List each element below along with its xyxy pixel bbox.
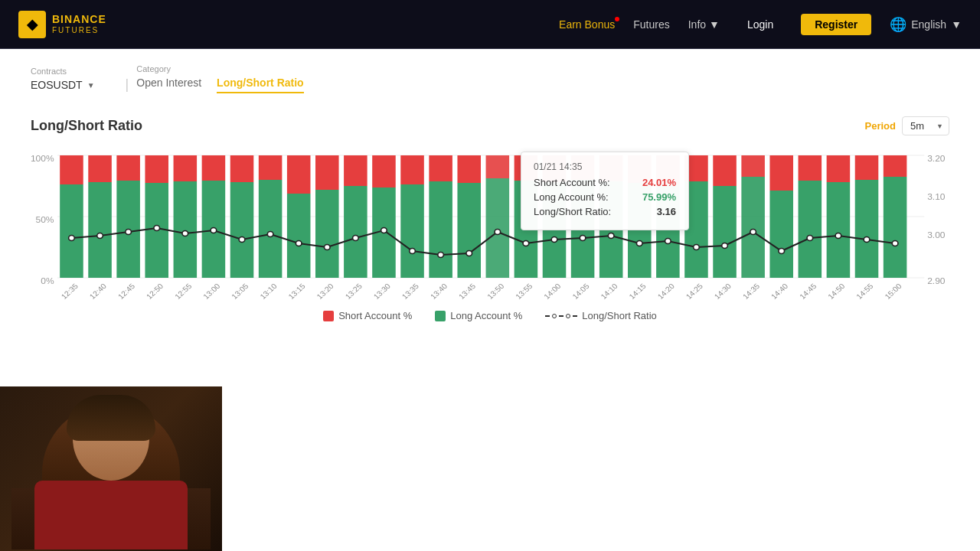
binance-label: BINANCE <box>52 14 106 25</box>
svg-rect-62 <box>799 181 822 278</box>
video-content <box>0 386 222 551</box>
logo-area[interactable]: ◆ BINANCE FUTURES <box>18 11 106 38</box>
language-selector[interactable]: 🌐 English ▼ <box>890 16 962 33</box>
legend-ratio-label: Long/Short Ratio <box>582 310 657 321</box>
futures-nav[interactable]: Futures <box>633 18 669 31</box>
login-button[interactable]: Login <box>738 14 782 35</box>
svg-text:12:55: 12:55 <box>173 282 194 301</box>
svg-point-94 <box>750 230 756 235</box>
futures-label: FUTURES <box>52 26 106 34</box>
period-dropdown[interactable]: 5m 15m 1h 4h <box>902 116 949 135</box>
svg-text:14:25: 14:25 <box>684 282 705 301</box>
svg-text:3.20: 3.20 <box>927 154 945 162</box>
svg-text:14:20: 14:20 <box>656 282 677 301</box>
earn-bonus-dot <box>615 17 619 21</box>
legend-short: Short Account % <box>323 310 412 321</box>
tooltip-short-row: Short Account %: 24.01% <box>534 177 676 188</box>
svg-point-71 <box>97 233 103 239</box>
svg-text:13:45: 13:45 <box>457 282 478 301</box>
svg-rect-69 <box>884 155 907 177</box>
svg-point-95 <box>779 249 785 254</box>
svg-rect-19 <box>174 155 198 181</box>
video-overlay <box>0 386 222 551</box>
tooltip-long-label: Long Account %: <box>534 191 609 203</box>
svg-rect-26 <box>287 194 311 278</box>
chart-svg: 100% 50% 0% 3.20 3.10 3.00 2.90 <box>31 148 949 301</box>
earn-bonus-link[interactable]: Earn Bonus <box>559 18 615 31</box>
svg-rect-38 <box>457 183 481 278</box>
svg-text:13:00: 13:00 <box>201 282 222 301</box>
svg-text:13:55: 13:55 <box>514 282 534 301</box>
svg-point-98 <box>864 237 870 243</box>
svg-point-80 <box>353 236 359 241</box>
category-section: Category Open Interest Long/Short Ratio <box>136 64 303 93</box>
svg-rect-59 <box>741 155 765 177</box>
info-chevron-icon: ▼ <box>709 18 720 31</box>
chart-tooltip: 01/21 14:35 Short Account %: 24.01% Long… <box>521 152 689 230</box>
svg-text:13:30: 13:30 <box>372 282 393 301</box>
svg-text:12:50: 12:50 <box>145 282 165 301</box>
svg-point-87 <box>551 237 557 243</box>
long-short-ratio-tab[interactable]: Long/Short Ratio <box>217 77 304 93</box>
svg-point-91 <box>665 239 671 244</box>
svg-text:12:35: 12:35 <box>60 282 80 301</box>
svg-rect-21 <box>202 155 226 181</box>
legend-short-icon <box>323 311 334 321</box>
separator: | <box>126 77 129 93</box>
svg-rect-22 <box>230 182 254 278</box>
tooltip-long-row: Long Account %: 75.99% <box>534 191 676 203</box>
period-label: Period <box>865 120 896 132</box>
tooltip-short-label: Short Account %: <box>534 177 610 188</box>
contracts-label: Contracts <box>31 67 95 76</box>
svg-rect-13 <box>88 155 112 182</box>
register-button[interactable]: Register <box>801 14 871 35</box>
info-nav[interactable]: Info ▼ <box>688 18 720 31</box>
contracts-dropdown[interactable]: EOSUSDT ▼ <box>31 79 95 91</box>
nav-right: Earn Bonus Futures Info ▼ Login Register… <box>559 14 962 35</box>
svg-text:14:00: 14:00 <box>542 282 563 301</box>
svg-text:14:55: 14:55 <box>854 282 875 301</box>
svg-text:3.10: 3.10 <box>927 192 945 201</box>
tooltip-ratio-label: Long/Short Ratio: <box>534 206 611 217</box>
svg-rect-37 <box>429 155 452 181</box>
svg-text:15:00: 15:00 <box>883 282 903 301</box>
chart-header: Long/Short Ratio Period 5m 15m 1h 4h <box>31 116 949 135</box>
chart-legend: Short Account % Long Account % Long/Shor… <box>31 310 949 321</box>
tooltip-short-value: 24.01% <box>642 177 676 188</box>
svg-rect-29 <box>315 155 339 190</box>
svg-rect-10 <box>60 184 83 278</box>
lang-chevron-icon: ▼ <box>951 18 962 31</box>
svg-point-90 <box>636 241 642 246</box>
svg-text:12:45: 12:45 <box>116 282 137 301</box>
legend-ratio: Long/Short Ratio <box>545 310 657 321</box>
tooltip-ratio-row: Long/Short Ratio: 3.16 <box>534 206 676 217</box>
period-selector: Period 5m 15m 1h 4h <box>865 116 949 135</box>
svg-rect-27 <box>287 155 311 194</box>
svg-rect-68 <box>884 177 907 278</box>
chart-area: 100% 50% 0% 3.20 3.10 3.00 2.90 <box>31 148 949 301</box>
svg-rect-23 <box>230 155 254 182</box>
person-hair <box>67 395 155 441</box>
svg-point-99 <box>892 241 898 246</box>
globe-icon: 🌐 <box>890 16 906 33</box>
svg-rect-34 <box>400 184 424 278</box>
svg-text:14:30: 14:30 <box>713 282 733 301</box>
svg-text:13:50: 13:50 <box>485 282 506 301</box>
period-dropdown-wrapper[interactable]: 5m 15m 1h 4h <box>902 116 949 135</box>
svg-point-88 <box>580 236 586 241</box>
category-nav: Open Interest Long/Short Ratio <box>136 77 303 93</box>
svg-rect-12 <box>88 182 112 278</box>
svg-point-84 <box>466 251 472 256</box>
svg-rect-25 <box>259 155 283 180</box>
person-display <box>11 389 211 549</box>
svg-rect-31 <box>344 155 368 186</box>
svg-rect-39 <box>457 155 481 183</box>
legend-long-label: Long Account % <box>450 310 522 321</box>
open-interest-tab[interactable]: Open Interest <box>136 77 201 93</box>
svg-rect-56 <box>713 186 737 278</box>
svg-rect-28 <box>315 190 339 278</box>
svg-text:13:20: 13:20 <box>315 282 335 301</box>
svg-rect-24 <box>259 180 283 278</box>
svg-point-97 <box>835 233 841 239</box>
svg-text:0%: 0% <box>41 276 54 285</box>
